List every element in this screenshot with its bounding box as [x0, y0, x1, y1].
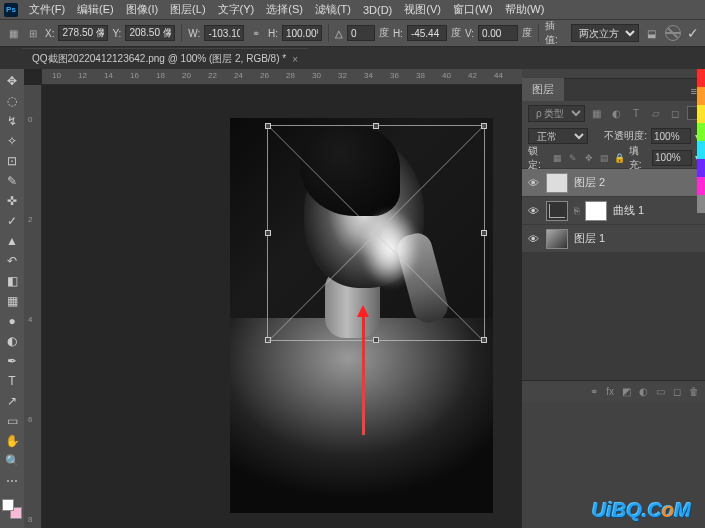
lasso-tool[interactable]: ↯ [3, 113, 21, 129]
visibility-icon[interactable]: 👁 [526, 232, 540, 246]
v-skew-input[interactable] [478, 25, 518, 41]
menu-edit[interactable]: 编辑(E) [72, 0, 119, 19]
x-input[interactable] [58, 25, 108, 41]
fx-icon[interactable]: fx [606, 386, 614, 397]
layers-empty-area[interactable] [522, 253, 705, 380]
menu-3d[interactable]: 3D(D) [358, 2, 397, 18]
menu-image[interactable]: 图像(I) [121, 0, 163, 19]
mask-icon[interactable]: ◩ [622, 386, 631, 397]
shape-tool[interactable]: ▭ [3, 413, 21, 429]
layer-row[interactable]: 👁 图层 1 [522, 225, 705, 253]
panel-tab-bar: 图层 ≡ [522, 79, 705, 101]
filter-adjust-icon[interactable]: ◐ [609, 106, 625, 120]
layer-name[interactable]: 图层 2 [574, 175, 605, 190]
h-skew-input[interactable] [407, 25, 447, 41]
menu-help[interactable]: 帮助(W) [500, 0, 550, 19]
brush-tool[interactable]: ✓ [3, 213, 21, 229]
dodge-tool[interactable]: ◐ [3, 333, 21, 349]
ruler-vertical[interactable]: 0 2 4 6 8 [24, 85, 42, 528]
swatch[interactable] [697, 195, 705, 213]
link-wh-icon[interactable]: ⚭ [248, 25, 264, 41]
type-tool[interactable]: T [3, 373, 21, 389]
path-tool[interactable]: ↗ [3, 393, 21, 409]
interp-select[interactable]: 两次立方 [571, 24, 639, 42]
delete-icon[interactable]: 🗑 [689, 386, 699, 397]
layer-name[interactable]: 曲线 1 [613, 203, 644, 218]
layer-name[interactable]: 图层 1 [574, 231, 605, 246]
blur-tool[interactable]: ● [3, 313, 21, 329]
layer-row[interactable]: 👁 ⎘ 曲线 1 [522, 197, 705, 225]
menu-filter[interactable]: 滤镜(T) [310, 0, 356, 19]
hand-tool[interactable]: ✋ [3, 433, 21, 449]
visibility-icon[interactable]: 👁 [526, 204, 540, 218]
filter-smart-icon[interactable]: ◻ [668, 106, 684, 120]
mask-thumbnail[interactable] [585, 201, 607, 221]
document-tab[interactable]: QQ截图20220412123642.png @ 100% (图层 2, RGB… [22, 48, 308, 69]
filter-type-select[interactable]: ρ 类型 [528, 105, 585, 122]
w-input[interactable] [204, 25, 244, 41]
menu-file[interactable]: 文件(F) [24, 0, 70, 19]
stamp-tool[interactable]: ▲ [3, 233, 21, 249]
angle-input[interactable] [347, 25, 375, 41]
tab-layers[interactable]: 图层 [522, 78, 564, 101]
reference-point-icon[interactable]: ⊞ [26, 25, 42, 41]
filter-pixel-icon[interactable]: ▦ [589, 106, 605, 120]
layer-thumbnail[interactable] [546, 173, 568, 193]
warp-icon[interactable]: ⬓ [643, 25, 659, 41]
swatch[interactable] [697, 141, 705, 159]
swatch[interactable] [697, 69, 705, 87]
eraser-tool[interactable]: ◧ [3, 273, 21, 289]
marquee-tool[interactable]: ◌ [3, 93, 21, 109]
move-tool[interactable]: ✥ [3, 73, 21, 89]
layer-row[interactable]: 👁 图层 2 [522, 169, 705, 197]
healing-tool[interactable]: ✜ [3, 193, 21, 209]
cancel-transform-button[interactable] [665, 25, 681, 41]
group-icon[interactable]: ▭ [656, 386, 665, 397]
zoom-tool[interactable]: 🔍 [3, 453, 21, 469]
history-brush-tool[interactable]: ↶ [3, 253, 21, 269]
swatch[interactable] [697, 87, 705, 105]
h-input[interactable] [282, 25, 322, 41]
lock-all-icon[interactable]: 🔒 [613, 151, 625, 165]
menu-layer[interactable]: 图层(L) [165, 0, 210, 19]
adjustment-icon[interactable]: ◐ [639, 386, 648, 397]
link-mask-icon[interactable]: ⎘ [574, 206, 579, 216]
magic-wand-tool[interactable]: ✧ [3, 133, 21, 149]
commit-transform-button[interactable]: ✓ [687, 25, 699, 41]
canvas[interactable] [42, 85, 522, 528]
adjustment-thumbnail[interactable] [546, 201, 568, 221]
fill-input[interactable] [652, 150, 692, 166]
opacity-label: 不透明度: [604, 129, 647, 143]
gradient-tool[interactable]: ▦ [3, 293, 21, 309]
filter-type-icon[interactable]: T [628, 106, 644, 120]
menu-window[interactable]: 窗口(W) [448, 0, 498, 19]
blend-mode-select[interactable]: 正常 [528, 128, 588, 144]
lock-artboard-icon[interactable]: ▤ [598, 151, 610, 165]
visibility-icon[interactable]: 👁 [526, 176, 540, 190]
layer-thumbnail[interactable] [546, 229, 568, 249]
lock-transparent-icon[interactable]: ▦ [551, 151, 563, 165]
menu-select[interactable]: 选择(S) [261, 0, 308, 19]
link-layers-icon[interactable]: ⚭ [590, 386, 598, 397]
swatch[interactable] [697, 123, 705, 141]
menu-type[interactable]: 文字(Y) [213, 0, 260, 19]
swatch[interactable] [697, 105, 705, 123]
new-layer-icon[interactable]: ◻ [673, 386, 681, 397]
ruler-horizontal[interactable]: 10 12 14 16 18 20 22 24 26 28 30 32 34 3… [42, 69, 522, 85]
color-swatches[interactable] [2, 499, 22, 519]
eyedropper-tool[interactable]: ✎ [3, 173, 21, 189]
opacity-input[interactable] [651, 128, 691, 144]
close-icon[interactable]: × [292, 54, 298, 65]
swatch[interactable] [697, 159, 705, 177]
foreground-color[interactable] [2, 499, 14, 511]
lock-position-icon[interactable]: ✥ [582, 151, 594, 165]
transform-tool-icon[interactable]: ▦ [6, 25, 22, 41]
y-input[interactable] [125, 25, 175, 41]
swatch[interactable] [697, 177, 705, 195]
edit-toolbar[interactable]: ⋯ [3, 473, 21, 489]
menu-view[interactable]: 视图(V) [399, 0, 446, 19]
filter-shape-icon[interactable]: ▱ [648, 106, 664, 120]
crop-tool[interactable]: ⊡ [3, 153, 21, 169]
lock-pixels-icon[interactable]: ✎ [567, 151, 579, 165]
pen-tool[interactable]: ✒ [3, 353, 21, 369]
